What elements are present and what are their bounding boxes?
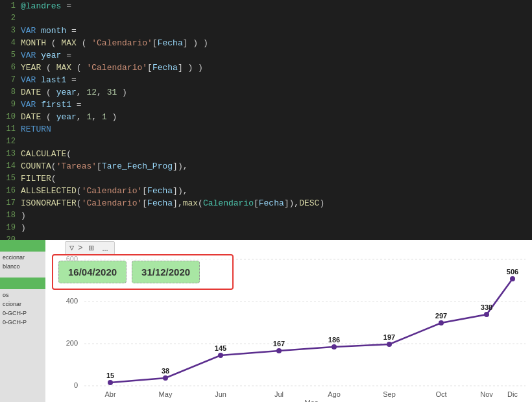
data-dot-oct [439, 320, 444, 325]
token-str: 'Tareas' [56, 161, 97, 171]
token-col: Fecha [147, 186, 173, 196]
more-options-button[interactable]: ... [100, 244, 110, 253]
line-content: DATE ( year, 1, 1 ) [21, 111, 532, 123]
sidebar-text-1: eccionar [0, 253, 45, 262]
token-plain: ( [77, 198, 82, 208]
line-number: 17 [3, 197, 21, 209]
token-num: 12 [86, 88, 97, 97]
line-content: CALCULATE( [21, 148, 532, 160]
filter-toolbar[interactable]: ▽ > ⊞ ... [65, 241, 115, 255]
line-number: 1 [3, 0, 21, 12]
data-dot-jul [276, 348, 282, 353]
start-date-badge[interactable]: 16/04/2020 [58, 261, 127, 283]
token-plain: ) [21, 223, 26, 233]
line-content: DATE ( year, 12, 31 ) [21, 86, 532, 99]
x-label-oct: Oct [435, 390, 446, 398]
data-dot-jun [218, 353, 223, 358]
token-plain: ( [66, 149, 71, 159]
x-label-ago: Ago [328, 390, 341, 398]
code-line-15: 15 FILTER( [0, 172, 532, 185]
token-plain: [ [147, 63, 152, 73]
x-label-sep: Sep [383, 390, 396, 398]
token-plain: [ [142, 186, 147, 196]
token-plain: ( [46, 38, 61, 48]
token-plain: , [91, 112, 102, 122]
token-plain: ], [173, 198, 183, 208]
token-plain: ]), [173, 161, 187, 171]
token-fn: MAX [56, 63, 71, 73]
line-number: 6 [3, 62, 21, 74]
token-str: 'Calendario' [82, 198, 143, 208]
token-fn: MAX [61, 38, 76, 48]
code-editor[interactable]: 1@landres =23VAR month =4 MONTH ( MAX ( … [0, 0, 532, 240]
token-col: Fecha [259, 198, 284, 208]
line-number: 4 [3, 37, 21, 49]
token-tbl: Calendario [203, 198, 254, 208]
code-line-14: 14 COUNTA('Tareas'[Tare_Fech_Prog]), [0, 160, 532, 172]
token-plain: = [66, 75, 77, 85]
token-kw: VAR [21, 100, 36, 110]
token-plain: ] ) ) [178, 63, 203, 73]
token-col: year [41, 51, 61, 60]
token-fn: COUNTA [21, 161, 51, 171]
line-content: VAR year = [21, 49, 532, 62]
token-fn: CALCULATE [21, 149, 66, 159]
line-content: ALLSELECTED('Calendario'[Fecha]), [21, 185, 532, 197]
filter-icon: ▽ [69, 243, 74, 253]
token-str: 'Calendario' [86, 63, 147, 73]
token-fn: DATE [21, 112, 41, 122]
token-plain: ( [41, 112, 56, 122]
line-number: 13 [3, 148, 21, 160]
token-plain: = [71, 100, 82, 110]
code-line-17: 17 ISONORAFTER('Calendario'[Fecha],max(C… [0, 197, 532, 209]
token-plain: = [61, 1, 71, 11]
token-col: Fecha [152, 63, 178, 73]
token-num: 1 [102, 112, 107, 122]
token-col: Tare_Fech_Prog [102, 161, 173, 171]
sidebar-text-4: ccionar [0, 300, 45, 309]
token-fn: DATE [21, 88, 41, 97]
sidebar-text-2: blanco [0, 262, 45, 271]
sidebar-text-5: 0-GCH-P [0, 309, 45, 318]
token-plain: ( [41, 63, 56, 73]
end-date-badge[interactable]: 31/12/2020 [132, 261, 200, 283]
line-number: 3 [3, 25, 21, 37]
token-fn: DESC [299, 198, 319, 208]
svg-text:0: 0 [74, 381, 78, 389]
line-content: VAR last1 = [21, 74, 532, 86]
token-plain: ) [117, 88, 127, 97]
line-content: VAR first1 = [21, 99, 532, 111]
line-number: 2 [3, 12, 21, 25]
token-tbl: @landres [21, 1, 61, 11]
code-line-12: 12 [0, 136, 532, 148]
x-axis-title: Mes [305, 399, 319, 402]
line-number: 7 [3, 74, 21, 86]
chart-line [110, 279, 513, 383]
code-line-18: 18 ) [0, 209, 532, 222]
x-label-nov: Nov [480, 390, 493, 398]
token-plain: , [77, 112, 87, 122]
date-range-box: 16/04/2020 31/12/2020 [52, 254, 234, 290]
token-plain: ( [71, 63, 86, 73]
x-label-jun: Jun [215, 390, 226, 398]
token-plain: ] ) ) [183, 38, 208, 48]
token-str: 'Calendario' [91, 38, 152, 48]
label-oct: 297 [435, 312, 447, 320]
data-dot-nov [484, 312, 489, 317]
token-plain: [ [142, 198, 147, 208]
line-number: 5 [3, 49, 21, 62]
token-col: year [56, 88, 77, 97]
chart-area: ▽ > ⊞ ... 16/04/2020 31/12/2020 600 400 … [45, 240, 532, 402]
code-line-6: 6 YEAR ( MAX ( 'Calendario'[Fecha] ) ) [0, 62, 532, 74]
token-col: Fecha [147, 198, 173, 208]
x-label-jul: Jul [274, 390, 284, 398]
token-col: month [41, 26, 66, 36]
label-dic: 506 [507, 268, 518, 276]
line-content: FILTER( [21, 172, 532, 185]
label-may: 38 [162, 367, 169, 375]
svg-text:400: 400 [66, 297, 78, 305]
code-line-10: 10 DATE ( year, 1, 1 ) [0, 111, 532, 123]
grid-view-button[interactable]: ⊞ [86, 243, 96, 253]
token-num: 31 [107, 88, 117, 97]
token-kw: VAR [21, 51, 36, 60]
